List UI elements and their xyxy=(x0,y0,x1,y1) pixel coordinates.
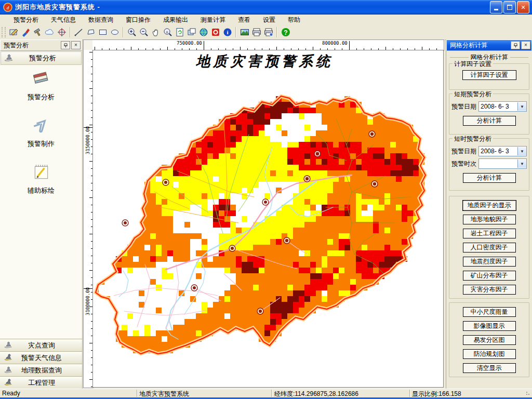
display-button-3[interactable]: 易发分区图 xyxy=(463,335,516,345)
toolbar-pan-button[interactable] xyxy=(150,26,162,38)
restore-button[interactable] xyxy=(503,1,516,14)
tool-item-label: 预警制作 xyxy=(28,139,55,149)
sidebar-section-1[interactable]: 灾点查询 xyxy=(0,339,82,351)
sidebar-section-4[interactable]: 工程管理 xyxy=(0,376,82,389)
town-marker xyxy=(257,308,263,314)
menu-item-4[interactable]: 窗口操作 xyxy=(119,15,157,25)
app-logo-icon: d xyxy=(3,3,12,12)
menu-item-8[interactable]: 设置 xyxy=(257,15,282,25)
menu-item-1[interactable]: 预警分析 xyxy=(7,15,45,25)
tool-item-book[interactable]: 预警分析 xyxy=(0,69,82,102)
book-icon xyxy=(31,69,51,90)
toolbar-zoom-extent-button[interactable]: ± xyxy=(162,26,174,38)
raster-cells xyxy=(99,96,424,353)
close-icon[interactable]: × xyxy=(71,41,81,49)
tool-item-pen-tool[interactable]: 预警制作 xyxy=(0,115,82,149)
chevron-down-icon[interactable]: ▼ xyxy=(517,147,526,155)
factor-button-3[interactable]: 岩土工程因子 xyxy=(463,229,516,238)
warning-time-label: 预警时次 xyxy=(451,159,478,168)
tool-item-label: 辅助标绘 xyxy=(28,186,55,195)
tool-item-label: 预警分析 xyxy=(28,92,55,102)
warning-date-combobox[interactable]: 2008- 6- 3 ▼ xyxy=(478,101,527,112)
toolbar-image-display-button[interactable] xyxy=(238,26,250,38)
factor-button-2[interactable]: 地形地貌因子 xyxy=(463,215,516,224)
toolbar-print-setup-button[interactable] xyxy=(262,26,274,38)
menu-item-7[interactable]: 查看 xyxy=(232,15,257,25)
factor-button-4[interactable]: 人口密度因子 xyxy=(463,243,516,252)
ruler-y-label: 3100000.00 xyxy=(85,287,90,315)
menu-item-3[interactable]: 数据查询 xyxy=(82,15,119,25)
toolbar-zoom-out-button[interactable] xyxy=(138,26,150,38)
toolbar-line-button[interactable] xyxy=(73,26,85,38)
toolbar-ellipse-button[interactable] xyxy=(109,26,121,38)
toolbar-cloud-button[interactable] xyxy=(44,26,56,38)
menu-bar: 预警分析天气信息数据查询窗口操作成果输出测量计算查看设置帮助 xyxy=(0,15,532,25)
town-marker xyxy=(369,131,375,137)
stamp-icon xyxy=(4,354,12,362)
toolbar: ±i? xyxy=(0,25,532,40)
toolbar-paint-button[interactable] xyxy=(20,26,32,38)
toolbar-refresh-button[interactable] xyxy=(174,26,185,38)
short-time-group: 短时预警分析 预警日期 2008- 6- 3 ▼ 预警时次 ▼ 分析计算 xyxy=(449,138,529,191)
left-panel-sections: 灾点查询预警天气信息地理数据查询工程管理 xyxy=(0,339,82,389)
menu-item-9[interactable]: 帮助 xyxy=(282,15,307,25)
menu-item-5[interactable]: 成果输出 xyxy=(157,15,194,25)
display-buttons-group: 中小尺度雨量影像图显示易发分区图防治规划图清空显示 xyxy=(449,302,529,377)
grid-analysis-panel: 网格分析计算 计算因子设置 计算因子设置 短期预警分析 预警日期 2008- 6… xyxy=(446,51,532,382)
short-term-group: 短期预警分析 预警日期 2008- 6- 3 ▼ 分析计算 xyxy=(449,94,529,135)
toolbar-polygon-button[interactable] xyxy=(85,26,97,38)
tool-item-notepad[interactable]: 辅助标绘 xyxy=(0,162,82,195)
toolbar-rectangle-button[interactable] xyxy=(97,26,109,38)
factor-button-5[interactable]: 地震烈度因子 xyxy=(463,257,516,267)
right-panel: 网格分析计算 × 网格分析计算 计算因子设置 计算因子设置 短期预警分析 预警日… xyxy=(446,39,532,389)
sidebar-section-label: 预警天气信息 xyxy=(16,353,68,363)
warning-time-combobox[interactable]: ▼ xyxy=(478,158,527,169)
toolbar-layers-button[interactable] xyxy=(185,26,197,38)
town-marker xyxy=(304,176,310,182)
calc-factor-group: 计算因子设置 计算因子设置 xyxy=(449,63,529,90)
app-window: d 浏阳市地质灾害预警系统 - ✕ 预警分析天气信息数据查询窗口操作成果输出测量… xyxy=(0,0,532,399)
short-term-analyze-button[interactable]: 分析计算 xyxy=(463,116,516,126)
display-button-1[interactable]: 中小尺度雨量 xyxy=(463,307,516,317)
display-button-5[interactable]: 清空显示 xyxy=(463,363,516,373)
toolbar-separator xyxy=(70,27,71,37)
right-panel-title: 网格分析计算 xyxy=(450,41,487,50)
left-panel-header[interactable]: 预警分析 xyxy=(1,51,82,65)
factor-button-6[interactable]: 矿山分布因子 xyxy=(463,271,516,281)
display-button-2[interactable]: 影像图显示 xyxy=(463,321,516,331)
toolbar-crosshair-button[interactable] xyxy=(56,26,68,38)
map-area: 750000.00800000.00 3150000.003100000.00 … xyxy=(83,39,445,389)
vertical-ruler: 3150000.003100000.00 xyxy=(83,50,94,388)
chevron-down-icon[interactable]: ▼ xyxy=(517,102,526,111)
menu-item-2[interactable]: 天气信息 xyxy=(45,15,82,25)
sidebar-section-label: 灾点查询 xyxy=(16,341,68,350)
toolbar-stop-button[interactable] xyxy=(209,26,221,38)
status-separator xyxy=(271,390,272,397)
sidebar-section-3[interactable]: 地理数据查询 xyxy=(0,364,82,376)
pin-icon[interactable] xyxy=(61,41,70,49)
map-canvas[interactable]: 地质灾害预警系统 xyxy=(92,50,444,388)
chevron-down-icon[interactable]: ▼ xyxy=(517,159,526,168)
display-button-4[interactable]: 防治规划图 xyxy=(463,349,516,359)
toolbar-globe-button[interactable] xyxy=(197,26,209,38)
town-marker xyxy=(284,237,290,244)
toolbar-map-edit-button[interactable] xyxy=(8,26,20,38)
toolbar-zoom-in-button[interactable] xyxy=(126,26,138,38)
menu-item-6[interactable]: 测量计算 xyxy=(194,15,232,25)
toolbar-print-button[interactable] xyxy=(250,26,262,38)
toolbar-hammer-button[interactable] xyxy=(32,26,44,38)
sidebar-section-2[interactable]: 预警天气信息 xyxy=(0,351,82,364)
pin-icon[interactable] xyxy=(511,41,520,49)
toolbar-info-button[interactable]: i xyxy=(221,26,233,38)
town-marker xyxy=(191,285,197,291)
factor-button-7[interactable]: 灾害分布因子 xyxy=(463,285,516,295)
resize-grip[interactable] xyxy=(526,391,531,396)
close-icon[interactable]: × xyxy=(521,41,530,49)
toolbar-help-button[interactable]: ? xyxy=(280,26,291,38)
calc-factor-settings-button[interactable]: 计算因子设置 xyxy=(462,70,516,80)
factor-button-1[interactable]: 地质因子的显示 xyxy=(463,201,516,210)
short-time-analyze-button[interactable]: 分析计算 xyxy=(463,173,516,183)
warning-date-combobox-2[interactable]: 2008- 6- 3 ▼ xyxy=(478,146,527,156)
minimize-button[interactable] xyxy=(490,1,502,14)
close-button[interactable]: ✕ xyxy=(517,1,529,14)
